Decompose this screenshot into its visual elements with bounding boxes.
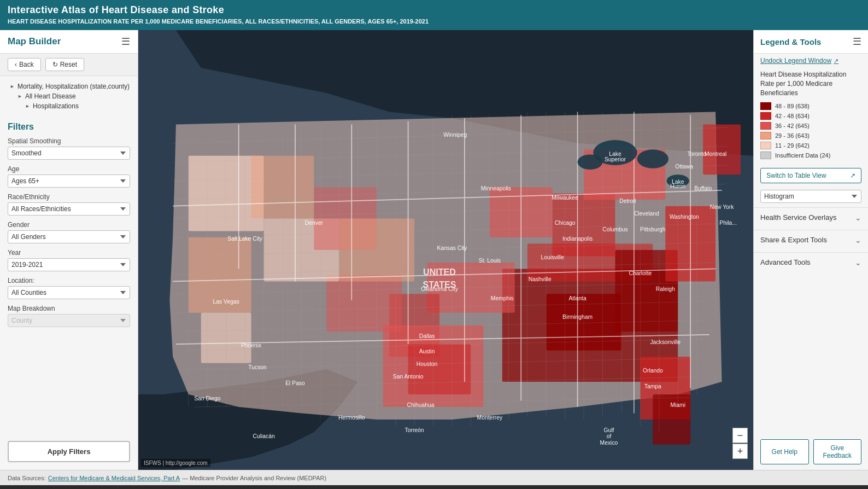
filter-select-race-ethnicity[interactable]: All Races/Ethnicities White Black Hispan… [8, 202, 130, 216]
legend-item: 29 - 36 (643) [760, 132, 861, 139]
svg-text:Kansas City: Kansas City [437, 245, 467, 251]
legend-tools-header: Legend & Tools ☰ [754, 30, 868, 54]
legend-hamburger-icon[interactable]: ☰ [853, 36, 861, 48]
legend-swatch [760, 112, 771, 120]
tree-all-heart-disease[interactable]: ► All Heart Disease [8, 91, 130, 101]
tree-hospitalizations[interactable]: ► Hospitalizations [8, 101, 130, 111]
filter-select-year[interactable]: 2019-2021 2016-2018 2013-2015 [8, 258, 130, 271]
reset-icon: ↻ [52, 61, 58, 68]
zoom-in-button[interactable]: + [732, 444, 748, 459]
give-feedback-button[interactable]: Give Feedback [813, 439, 862, 464]
svg-text:Charlotte: Charlotte [629, 270, 652, 276]
svg-text:Huron: Huron [670, 184, 685, 190]
undock-link[interactable]: Undock Legend Window ↗ [754, 54, 868, 68]
svg-text:St. Louis: St. Louis [479, 258, 501, 264]
legend-subtitle: Heart Disease Hospitalization Rate per 1… [754, 68, 868, 102]
tree-category-arrow: ► [10, 84, 15, 89]
svg-text:Dallas: Dallas [419, 333, 435, 339]
reset-button[interactable]: ↻ Reset [45, 58, 84, 71]
histogram-select[interactable]: HistogramBox PlotNone [760, 190, 861, 203]
svg-text:Salt Lake City: Salt Lake City [227, 236, 263, 242]
svg-text:Cleveland: Cleveland [634, 211, 659, 217]
nav-buttons: ‹ Back ↻ Reset [0, 54, 138, 76]
section-advanced-tools: Advanced Tools⌄ [754, 252, 868, 272]
filter-label-spatial-smoothing: Spatial Smoothing [8, 137, 130, 145]
svg-point-72 [578, 155, 603, 170]
legend-tools-title: Legend & Tools [760, 37, 821, 46]
filter-group-spatial-smoothing: Spatial Smoothing Smoothed Unsmoothed [8, 137, 130, 160]
svg-point-71 [637, 150, 668, 168]
svg-text:Montreal: Montreal [705, 151, 726, 157]
footer-source1-link[interactable]: Centers for Medicare & Medicaid Services… [48, 475, 180, 481]
svg-text:Chihuahua: Chihuahua [407, 402, 435, 408]
bottom-buttons: Get Help Give Feedback [754, 434, 868, 470]
apply-filters-button[interactable]: Apply Filters [8, 441, 130, 462]
svg-text:Milwaukee: Milwaukee [552, 195, 578, 201]
section-label-health-service-overlays: Health Service Overlays [760, 213, 836, 222]
filter-label-race-ethnicity: Race/Ethnicity [8, 193, 130, 201]
filter-group-race-ethnicity: Race/Ethnicity All Races/Ethnicities Whi… [8, 193, 130, 216]
filter-select-location[interactable]: All Counties Select State/County [8, 286, 130, 299]
svg-text:Winnipeg: Winnipeg [443, 132, 467, 138]
svg-text:Culiacán: Culiacán [253, 434, 274, 440]
table-view-icon: ↗ [850, 172, 855, 179]
tree-child-label: Hospitalizations [33, 102, 79, 110]
left-panel: Map Builder ☰ ‹ Back ↻ Reset ► Mortality… [0, 30, 138, 470]
svg-text:Ottawa: Ottawa [675, 164, 693, 170]
section-header-advanced-tools[interactable]: Advanced Tools⌄ [754, 253, 868, 272]
svg-text:Columbus: Columbus [602, 226, 628, 232]
svg-text:Indianapolis: Indianapolis [562, 236, 593, 242]
app-header: Interactive Atlas of Heart Disease and S… [0, 0, 868, 30]
chevron-down-icon-share-export-tools: ⌄ [855, 236, 861, 245]
external-link-icon: ↗ [834, 57, 838, 65]
legend-range-label: Insufficient Data (24) [775, 152, 830, 159]
tree-category[interactable]: ► Mortality, Hospitalization (state,coun… [8, 82, 130, 91]
svg-text:Toronto: Toronto [687, 151, 706, 157]
zoom-out-button[interactable]: − [732, 428, 748, 443]
legend-range-label: 36 - 42 (645) [775, 123, 810, 129]
tree-child-arrow: ► [25, 103, 30, 109]
svg-text:Tampa: Tampa [644, 383, 661, 389]
back-button[interactable]: ‹ Back [8, 58, 41, 71]
filter-select-gender[interactable]: All Genders Male Female [8, 230, 130, 243]
back-arrow-icon: ‹ [15, 61, 17, 68]
legend-swatch [760, 132, 771, 139]
filters-section: Filters Spatial Smoothing Smoothed Unsmo… [0, 117, 138, 441]
svg-text:San Antonio: San Antonio [393, 374, 424, 380]
right-panel-sections: Health Service Overlays⌄Share & Export T… [754, 205, 868, 272]
svg-text:Orlando: Orlando [643, 368, 663, 374]
svg-text:of: of [607, 434, 612, 440]
section-header-share-export-tools[interactable]: Share & Export Tools⌄ [754, 230, 868, 250]
legend-range-label: 42 - 48 (634) [775, 113, 810, 119]
map-area[interactable]: UNITED STATES Lake Superior Lake Huron W… [138, 30, 753, 470]
right-panel: Legend & Tools ☰ Undock Legend Window ↗ … [753, 30, 868, 470]
svg-text:Raleigh: Raleigh [656, 286, 675, 292]
filters-title: Filters [8, 122, 130, 132]
svg-text:Memphis: Memphis [491, 295, 514, 301]
svg-text:Austin: Austin [419, 349, 435, 355]
svg-text:Miami: Miami [670, 402, 685, 408]
svg-text:Phila...: Phila... [719, 220, 737, 226]
switch-table-view-button[interactable]: Switch to Table View ↗ [760, 168, 861, 183]
filter-select-age[interactable]: Ages 65+ Ages 65-74 Ages 75-84 Ages 85+ [8, 174, 130, 188]
legend-item: 42 - 48 (634) [760, 112, 861, 120]
tree-item-arrow: ► [17, 94, 22, 99]
filter-group-location: Location: All Counties Select State/Coun… [8, 277, 130, 299]
zoom-controls: − + [732, 428, 748, 459]
svg-text:Minneapolis: Minneapolis [481, 185, 511, 191]
filter-label-map-breakdown: Map Breakdown [8, 305, 130, 312]
hamburger-icon[interactable]: ☰ [121, 36, 130, 48]
section-header-health-service-overlays[interactable]: Health Service Overlays⌄ [754, 208, 868, 228]
svg-text:Tucson: Tucson [248, 365, 267, 371]
app-title: Interactive Atlas of Heart Disease and S… [8, 4, 860, 16]
get-help-button[interactable]: Get Help [760, 439, 809, 464]
legend-range-label: 29 - 36 (643) [775, 132, 810, 139]
svg-text:Gulf: Gulf [603, 427, 614, 433]
svg-text:Monterrey: Monterrey [477, 415, 503, 421]
svg-text:Las Vegas: Las Vegas [213, 299, 239, 305]
legend-swatch [760, 142, 771, 149]
svg-rect-12 [326, 275, 402, 331]
filter-select-map-breakdown[interactable]: County State [8, 314, 130, 327]
filter-select-spatial-smoothing[interactable]: Smoothed Unsmoothed [8, 147, 130, 160]
legend-item: 36 - 42 (645) [760, 122, 861, 130]
